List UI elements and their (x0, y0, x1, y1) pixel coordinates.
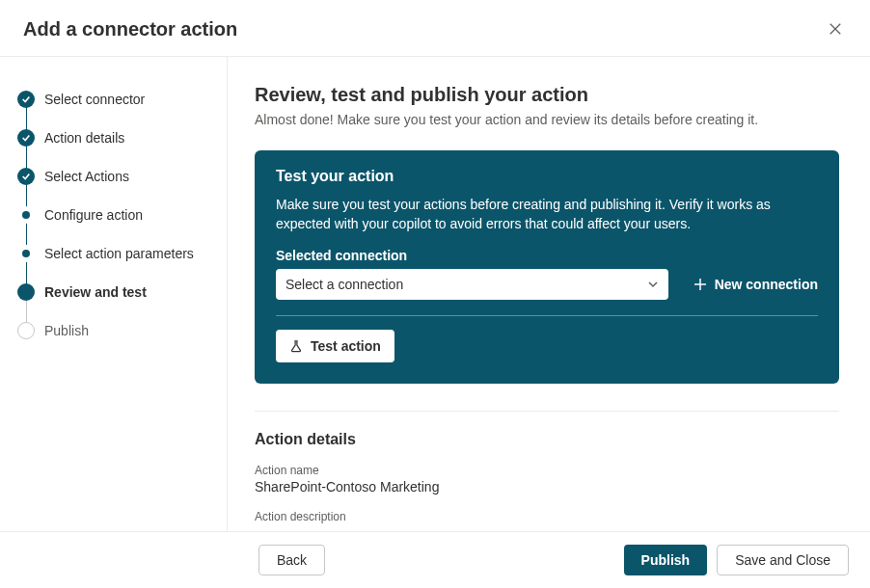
action-description-label: Action description (255, 510, 839, 523)
current-step-icon (17, 283, 35, 301)
step-label: Review and test (44, 284, 147, 300)
wizard-sidebar: Select connector Action details Select A… (0, 57, 228, 531)
test-action-panel: Test your action Make sure you test your… (255, 150, 839, 384)
check-icon (17, 129, 35, 147)
wizard-steps: Select connector Action details Select A… (17, 80, 227, 350)
action-name-label: Action name (255, 464, 839, 477)
dialog-footer: Back Publish Save and Close (0, 531, 870, 587)
new-connection-label: New connection (715, 277, 818, 292)
close-icon (829, 22, 842, 36)
step-review-and-test[interactable]: Review and test (17, 273, 227, 311)
connection-select-placeholder: Select a connection (285, 277, 403, 292)
close-button[interactable] (824, 17, 847, 40)
test-action-button[interactable]: Test action (276, 330, 394, 362)
step-label: Select connector (44, 92, 145, 107)
action-details-title: Action details (255, 431, 839, 448)
future-step-icon (17, 322, 35, 339)
step-configure-action[interactable]: Configure action (17, 196, 227, 234)
check-icon (17, 91, 35, 108)
main-content: Review, test and publish your action Alm… (228, 57, 870, 531)
test-panel-title: Test your action (276, 168, 818, 185)
connection-select[interactable]: Select a connection (276, 269, 668, 300)
dialog-body: Select connector Action details Select A… (0, 57, 870, 531)
step-select-action-parameters[interactable]: Select action parameters (17, 234, 227, 273)
step-label: Configure action (44, 207, 143, 223)
dot-icon (17, 206, 35, 224)
step-label: Select Actions (44, 169, 129, 184)
dot-icon (17, 245, 35, 262)
new-connection-button[interactable]: New connection (693, 277, 818, 292)
page-subtitle: Almost done! Make sure you test your act… (255, 112, 839, 127)
step-label: Select action parameters (44, 246, 194, 261)
step-action-details[interactable]: Action details (17, 119, 227, 157)
save-and-close-button[interactable]: Save and Close (717, 545, 849, 575)
plus-icon (693, 278, 707, 291)
action-name-value: SharePoint-Contoso Marketing (255, 479, 839, 494)
test-action-button-label: Test action (311, 338, 381, 354)
check-icon (17, 168, 35, 185)
step-select-connector[interactable]: Select connector (17, 80, 227, 119)
step-label: Action details (44, 130, 124, 146)
back-button[interactable]: Back (258, 545, 325, 575)
flask-icon (289, 339, 303, 353)
step-publish[interactable]: Publish (17, 311, 227, 350)
dialog-header: Add a connector action (0, 0, 870, 57)
connection-label: Selected connection (276, 248, 818, 263)
test-panel-description: Make sure you test your actions before c… (276, 195, 818, 234)
step-select-actions[interactable]: Select Actions (17, 157, 227, 196)
connection-row: Select a connection New connection (276, 269, 818, 316)
page-title: Review, test and publish your action (255, 84, 839, 106)
step-label: Publish (44, 323, 89, 338)
publish-button[interactable]: Publish (624, 545, 708, 575)
section-divider (255, 411, 839, 412)
dialog-title: Add a connector action (23, 18, 237, 40)
chevron-down-icon (647, 279, 659, 290)
